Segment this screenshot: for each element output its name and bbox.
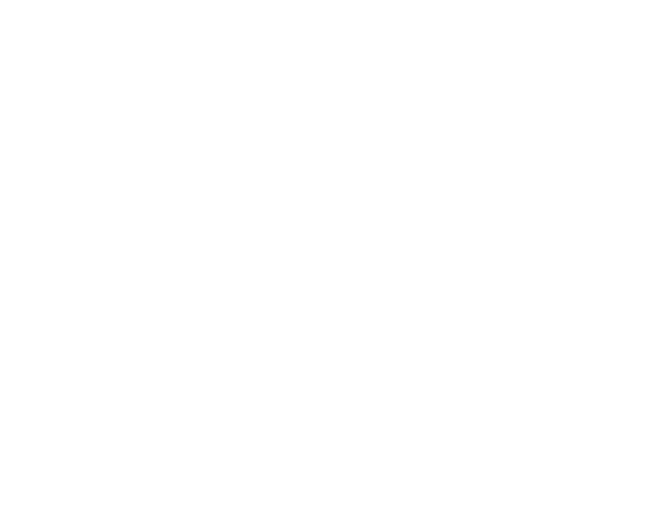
diagram-container — [0, 0, 669, 508]
connectors-svg — [0, 0, 669, 508]
